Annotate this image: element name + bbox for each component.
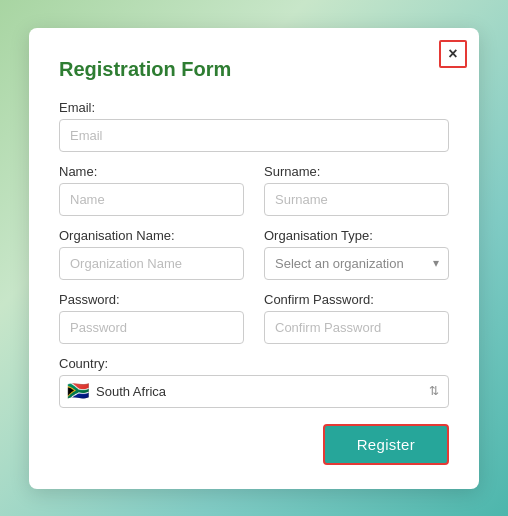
name-group: Name: <box>59 164 244 216</box>
registration-modal: × Registration Form Email: Name: Surname… <box>29 28 479 489</box>
org-type-select-wrapper: Select an organization NGO Corporate Gov… <box>264 247 449 280</box>
confirm-password-input[interactable] <box>264 311 449 344</box>
surname-group: Surname: <box>264 164 449 216</box>
country-select-wrapper: 🇿🇦 South Africa Nigeria Kenya Ghana ⇅ <box>59 375 449 408</box>
org-name-label: Organisation Name: <box>59 228 244 243</box>
country-group: Country: 🇿🇦 South Africa Nigeria Kenya G… <box>59 356 449 408</box>
confirm-password-label: Confirm Password: <box>264 292 449 307</box>
password-input[interactable] <box>59 311 244 344</box>
surname-label: Surname: <box>264 164 449 179</box>
org-type-label: Organisation Type: <box>264 228 449 243</box>
confirm-password-group: Confirm Password: <box>264 292 449 344</box>
footer-row: Register <box>59 424 449 465</box>
password-label: Password: <box>59 292 244 307</box>
email-label: Email: <box>59 100 449 115</box>
org-type-group: Organisation Type: Select an organizatio… <box>264 228 449 280</box>
name-label: Name: <box>59 164 244 179</box>
country-select[interactable]: South Africa Nigeria Kenya Ghana <box>59 375 449 408</box>
org-type-select[interactable]: Select an organization NGO Corporate Gov… <box>264 247 449 280</box>
org-name-group: Organisation Name: <box>59 228 244 280</box>
register-button[interactable]: Register <box>323 424 449 465</box>
name-input[interactable] <box>59 183 244 216</box>
password-group: Password: <box>59 292 244 344</box>
form-grid: Email: Name: Surname: Organisation Name:… <box>59 100 449 408</box>
email-input[interactable] <box>59 119 449 152</box>
country-label: Country: <box>59 356 449 371</box>
org-name-input[interactable] <box>59 247 244 280</box>
form-title: Registration Form <box>59 56 449 82</box>
surname-input[interactable] <box>264 183 449 216</box>
email-group: Email: <box>59 100 449 152</box>
close-button[interactable]: × <box>439 40 467 68</box>
